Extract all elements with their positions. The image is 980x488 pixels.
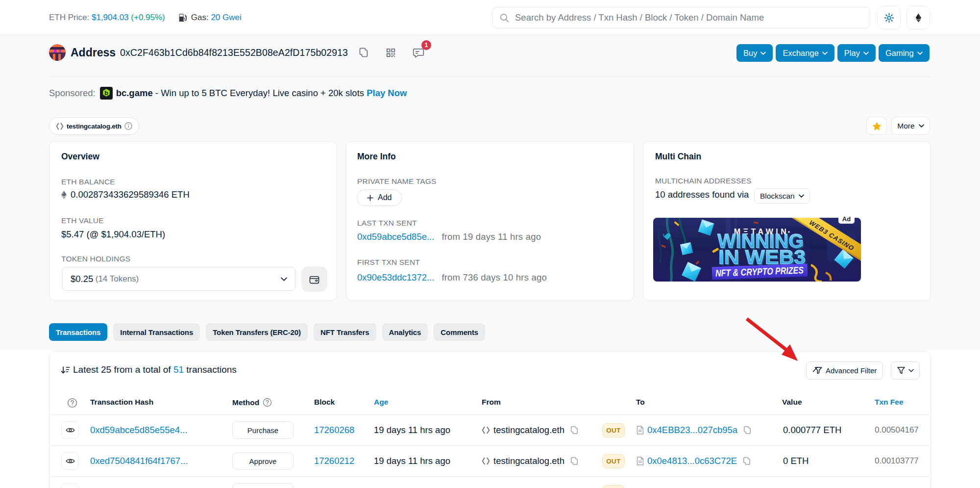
to-address-link[interactable]: 0x0e4813...0c63C72E <box>647 456 737 466</box>
eth-price-value[interactable]: $1,904.03 <box>92 13 129 23</box>
method-badge[interactable]: Purchase <box>232 421 294 439</box>
gas-value[interactable]: 20 Gwei <box>211 13 241 23</box>
copy-address-icon[interactable] <box>358 47 369 58</box>
block-link[interactable]: 17260268 <box>314 425 354 436</box>
address-hash: 0xC2F463b1Cd6b84f8213E552B08eA2fD175b029… <box>120 47 348 58</box>
contract-icon <box>637 426 644 435</box>
table-row: 0xd59abce5d85e55e4... Purchase 17260268 … <box>49 415 931 446</box>
search-bar[interactable] <box>492 7 870 28</box>
age-text: 19 days 11 hrs ago <box>374 425 450 436</box>
total-count-link[interactable]: 51 <box>173 364 184 375</box>
first-txn-label: FIRST TXN SENT <box>357 258 420 267</box>
eye-button[interactable] <box>61 483 79 488</box>
theme-toggle-button[interactable] <box>877 6 901 29</box>
more-info-title: More Info <box>357 152 396 162</box>
ens-name: testingcatalog.eth <box>67 123 122 130</box>
address-header: Address 0xC2F463b1Cd6b84f8213E552B08eA2f… <box>49 42 425 63</box>
ens-brackets-icon <box>56 123 64 130</box>
block-link[interactable]: 17260212 <box>314 456 354 466</box>
gas-label: Gas: <box>191 13 209 23</box>
value-text: 0 ETH <box>783 456 808 466</box>
filter-dropdown-button[interactable] <box>891 361 920 380</box>
favorite-button[interactable] <box>866 117 887 135</box>
tab-token-transfers[interactable]: Token Transfers (ERC-20) <box>206 323 308 341</box>
buy-button[interactable]: Buy <box>736 44 773 62</box>
last-txn-time: from 19 days 11 hrs ago <box>441 231 541 242</box>
first-txn-hash-link[interactable]: 0x90e53ddc1372... <box>357 272 434 283</box>
copy-icon[interactable] <box>742 456 752 466</box>
wallet-button[interactable] <box>301 266 327 292</box>
network-button[interactable] <box>906 6 930 29</box>
copy-icon[interactable] <box>569 425 579 435</box>
exchange-button[interactable]: Exchange <box>776 44 834 62</box>
eye-button[interactable] <box>61 452 79 470</box>
chevron-down-icon <box>863 51 869 55</box>
chevron-down-icon <box>281 277 287 281</box>
from-name[interactable]: testingcatalog.eth <box>493 425 564 436</box>
gaming-button[interactable]: Gaming <box>879 44 930 62</box>
info-icon[interactable] <box>124 122 132 130</box>
ens-nametag-chip[interactable]: testingcatalog.eth <box>49 117 139 135</box>
star-icon <box>872 122 882 130</box>
method-badge[interactable]: Approve <box>232 452 294 470</box>
col-txn-fee[interactable]: Txn Fee <box>875 398 904 407</box>
blockscan-select[interactable]: Blockscan <box>754 188 810 204</box>
more-button[interactable]: More <box>891 117 930 135</box>
token-holdings-select[interactable]: $0.25 (14 Tokens) <box>62 267 295 291</box>
copy-icon[interactable] <box>569 456 579 466</box>
eye-button[interactable] <box>61 421 79 439</box>
eth-value-label: ETH VALUE <box>61 216 104 225</box>
multichain-card: Multi Chain MULTICHAIN ADDRESSES 10 addr… <box>643 141 931 301</box>
help-icon <box>263 398 272 407</box>
chevron-down-icon <box>917 51 923 55</box>
svg-text:b: b <box>104 90 108 97</box>
tx-hash-link[interactable]: 0xd59abce5d85e55e4... <box>90 425 188 436</box>
to-cell: 0x4EBB23...027cb95a <box>637 425 752 436</box>
qr-code-icon[interactable] <box>385 47 396 58</box>
value-text: 0.000777 ETH <box>783 425 841 436</box>
ethereum-icon <box>913 13 924 23</box>
last-txn-hash-link[interactable]: 0xd59abce5d85e... <box>357 231 434 242</box>
col-from: From <box>482 398 501 407</box>
from-cell: testingcatalog.eth <box>482 425 579 436</box>
from-name[interactable]: testingcatalog.eth <box>493 456 564 466</box>
sponsored-cta-link[interactable]: Play Now <box>367 88 407 99</box>
sun-icon <box>883 12 895 24</box>
header-cta-buttons: Buy Exchange Play Gaming <box>736 44 930 62</box>
table-row: testingcatalog.eth OUT 0x4EBB23...027cb9… <box>49 477 931 488</box>
first-txn-time: from 736 days 10 hrs ago <box>441 272 547 283</box>
to-address-link[interactable]: 0x4EBB23...027cb95a <box>647 425 737 436</box>
tx-hash-link[interactable]: 0xed7504841f64f1767... <box>90 456 188 466</box>
chevron-down-icon <box>760 51 766 55</box>
tab-comments[interactable]: Comments <box>434 323 485 341</box>
comments-icon[interactable]: 1 <box>412 46 425 59</box>
tab-internal-transactions[interactable]: Internal Transactions <box>113 323 200 341</box>
metawin-ad-banner[interactable]: MΞTAWIN WINNING WINNING IN WEB3 IN WEB3 … <box>653 218 861 282</box>
tab-analytics[interactable]: Analytics <box>382 323 428 341</box>
col-value: Value <box>782 398 802 407</box>
fee-text: 0.00504167 <box>875 425 919 435</box>
eth-balance-value: 0.002873433629589346 ETH <box>61 189 190 200</box>
plus-icon <box>367 195 373 201</box>
advanced-filter-button[interactable]: Advanced Filter <box>806 361 883 380</box>
col-age[interactable]: Age <box>374 398 388 407</box>
add-name-tag-button[interactable]: Add <box>357 189 402 206</box>
sponsored-label: Sponsored: <box>49 88 96 99</box>
search-input[interactable] <box>515 12 863 23</box>
method-badge[interactable] <box>232 483 294 488</box>
contract-icon <box>637 457 644 465</box>
overview-card: Overview ETH BALANCE 0.00287343362958934… <box>49 141 337 301</box>
copy-icon[interactable] <box>742 425 752 435</box>
last-txn-label: LAST TXN SENT <box>357 219 417 228</box>
sponsored-brand[interactable]: bc.game <box>116 88 153 99</box>
col-method: Method <box>232 398 272 407</box>
sponsored-text: - Win up to 5 BTC Everyday! Live casino … <box>155 88 364 99</box>
tab-nft-transfers[interactable]: NFT Transfers <box>314 323 376 341</box>
ens-brackets-icon <box>482 426 490 434</box>
tab-transactions[interactable]: Transactions <box>49 323 107 341</box>
comment-count-badge: 1 <box>421 40 431 50</box>
transactions-card: Latest 25 from a total of 51 transaction… <box>49 351 931 488</box>
play-button[interactable]: Play <box>837 44 876 62</box>
last-txn-row: 0xd59abce5d85e... from 19 days 11 hrs ag… <box>357 231 541 242</box>
header-help-icon[interactable] <box>67 398 77 408</box>
